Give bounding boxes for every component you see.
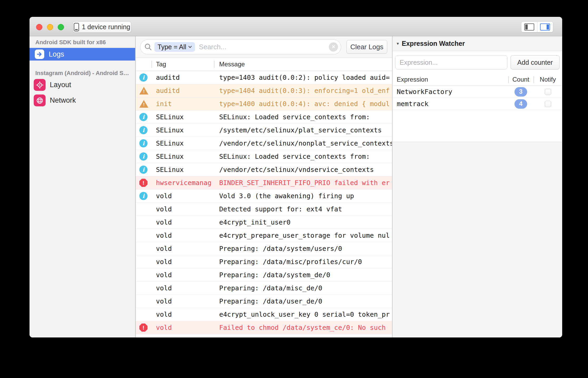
app-window: 1 device running Android SDK built for x… [30,17,562,337]
log-message: /system/etc/selinux/plat_service_context… [214,126,392,134]
message-column-header: Message [214,61,392,68]
log-tag: SELinux [151,140,214,147]
log-row[interactable]: i ! ! SELinux SELinux: Loaded service_co… [136,111,392,124]
log-tag: SELinux [151,166,214,173]
search-bar: Type = All ✕ [140,39,341,54]
devices-button[interactable]: 1 device running [73,21,131,33]
close-button[interactable] [36,24,42,30]
watcher-row[interactable]: memtrack 4 [393,98,562,110]
search-input[interactable] [199,43,329,51]
notify-column-header: Notify [533,76,562,83]
log-tag: hwservicemanag [151,179,214,187]
log-message: Preparing: /data/misc_de/0 [214,284,392,292]
chevron-down-icon [188,46,192,48]
expression-watcher-pane: ▾ Expression Watcher Add counter Express… [392,36,562,337]
info-icon: i [139,152,148,161]
log-row[interactable]: i ! ! vold Vold 3.0 (the awakening) firi… [136,190,392,203]
error-icon: ! [139,179,148,187]
error-icon: ! [139,324,148,332]
log-row[interactable]: i ! ! SELinux /vendor/etc/selinux/nonpla… [136,137,392,150]
sidebar: Android SDK built for x86 Logs Instagram… [30,36,136,337]
log-message: Failed to chmod /data/system_ce/0: No su… [214,324,392,331]
log-toolbar: Type = All ✕ Clear Logs [136,36,392,58]
log-row[interactable]: i ! ! vold Preparing: /data/system/users… [136,242,392,255]
log-tag: vold [151,245,214,252]
log-message: Preparing: /data/user_de/0 [214,297,392,305]
log-row[interactable]: i ! ! SELinux SELinux: Loaded service_co… [136,150,392,163]
watcher-table-header: Expression Count Notify [393,73,562,86]
log-tag: auditd [151,87,214,95]
info-icon: i [139,113,148,121]
log-row[interactable]: i ! ! SELinux /system/etc/selinux/plat_s… [136,124,392,137]
sidebar-item-logs[interactable]: Logs [30,48,135,61]
log-message: e4crypt_init_user0 [214,218,392,226]
zoom-button[interactable] [58,24,64,30]
titlebar[interactable]: 1 device running [30,17,562,36]
log-row[interactable]: i ! ! vold Preparing: /data/misc/profile… [136,255,392,268]
right-panel-icon [540,23,550,31]
notify-checkbox[interactable] [545,89,551,95]
minimize-button[interactable] [47,24,53,30]
expression-input[interactable] [395,55,507,69]
log-row[interactable]: i ! ! vold Preparing: /data/misc_de/0 [136,282,392,295]
expression-input-row: Add counter [393,51,562,69]
notify-checkbox[interactable] [545,101,551,107]
log-tag: SELinux [151,153,214,160]
info-icon: i [139,73,148,82]
phone-icon [74,23,79,31]
app-section-header: Instagram (Android) - Android S… [35,70,135,77]
log-row[interactable]: i ! ! SELinux /vendor/etc/selinux/vndser… [136,163,392,176]
log-message: type=1400 audit(0.0:4): avc: denied { mo… [214,100,392,108]
log-message: Preparing: /data/system/users/0 [214,245,392,252]
info-icon: i [139,139,148,147]
log-row[interactable]: i ! ! vold Failed to chmod /data/system_… [136,321,392,334]
type-filter-label: Type = All [158,43,186,51]
logs-arrow-icon [35,49,44,59]
expression-watcher-header[interactable]: ▾ Expression Watcher [393,36,562,51]
log-tag: init [151,100,214,108]
log-row[interactable]: i ! ! init type=1400 audit(0.0:4): avc: … [136,97,392,111]
log-message: Detected support for: ext4 vfat [214,205,392,213]
search-icon [144,43,152,51]
sidebar-item-network[interactable]: Network [30,93,135,108]
log-table-header: Tag Message [136,58,392,71]
device-section-header: Android SDK built for x86 [35,39,135,46]
log-message: e4crypt_prepare_user_storage for volume … [214,232,392,239]
log-message: type=1403 audit(0.0:2): policy loaded au… [214,74,392,81]
warning-icon: ! [139,100,148,108]
sidebar-item-layout[interactable]: Layout [30,78,135,92]
log-row[interactable]: i ! ! auditd type=1403 audit(0.0:2): pol… [136,71,392,84]
expression-watcher-title: Expression Watcher [402,40,465,47]
clear-logs-button[interactable]: Clear Logs [346,40,387,54]
expression-column-header: Expression [393,76,508,83]
type-filter-dropdown[interactable]: Type = All [154,42,195,52]
watcher-row[interactable]: NetworkFactory 3 [393,86,562,98]
log-tag: vold [151,258,214,266]
count-column-header: Count [508,76,533,83]
log-row[interactable]: i ! ! vold Preparing: /data/system_de/0 [136,268,392,282]
log-tag: auditd [151,74,214,81]
log-row[interactable]: i ! ! vold e4crypt_init_user0 [136,216,392,229]
log-tag: SELinux [151,126,214,134]
log-tag: vold [151,324,214,331]
log-tag: vold [151,297,214,305]
log-row[interactable]: i ! ! vold Detected support for: ext4 vf… [136,203,392,216]
log-message: /vendor/etc/selinux/vndservice_contexts [214,166,392,173]
log-message: Preparing: /data/system_de/0 [214,271,392,279]
info-icon: i [139,166,148,174]
log-row[interactable]: i ! ! vold e4crypt_unlock_user_key 0 ser… [136,308,392,321]
clear-search-icon[interactable]: ✕ [329,42,338,52]
count-badge: 4 [514,99,527,109]
tag-column-header: Tag [151,61,214,68]
log-tag: vold [151,284,214,292]
log-row[interactable]: i ! ! vold Preparing: /data/user_de/0 [136,295,392,308]
add-counter-button[interactable]: Add counter [511,55,560,69]
log-row[interactable]: i ! ! auditd type=1404 audit(0.0:3): enf… [136,84,392,97]
toggle-left-panel-button[interactable] [521,22,537,32]
log-row[interactable]: i ! ! hwservicemanag BINDER_SET_INHERIT_… [136,176,392,190]
toggle-right-panel-button[interactable] [537,22,553,32]
traffic-lights [36,24,64,30]
log-row[interactable]: i ! ! vold e4crypt_prepare_user_storage … [136,229,392,242]
log-message: Preparing: /data/misc/profiles/cur/0 [214,258,392,266]
disclosure-triangle-icon[interactable]: ▾ [397,41,399,46]
